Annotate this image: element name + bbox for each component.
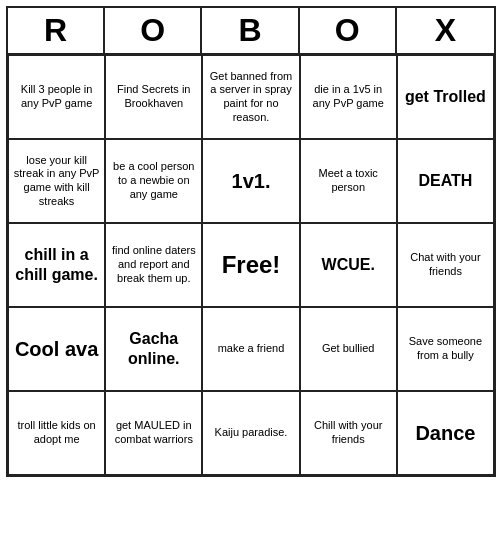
- title-letter: B: [202, 8, 299, 53]
- cell-text: Cool ava: [15, 337, 98, 362]
- bingo-cell[interactable]: Get bullied: [300, 307, 397, 391]
- cell-text: Chill with your friends: [305, 419, 392, 447]
- bingo-cell[interactable]: get Trolled: [397, 55, 494, 139]
- bingo-cell[interactable]: Gacha online.: [105, 307, 202, 391]
- cell-text: get MAULED in combat warriors: [110, 419, 197, 447]
- cell-text: troll little kids on adopt me: [13, 419, 100, 447]
- cell-text: Get bullied: [322, 342, 375, 356]
- cell-text: Find Secrets in Brookhaven: [110, 83, 197, 111]
- bingo-cell[interactable]: find online daters and report and break …: [105, 223, 202, 307]
- cell-text: get Trolled: [405, 87, 486, 107]
- cell-text: die in a 1v5 in any PvP game: [305, 83, 392, 111]
- bingo-cell[interactable]: Kaiju paradise.: [202, 391, 299, 475]
- cell-text: WCUE.: [322, 255, 375, 275]
- bingo-grid: Kill 3 people in any PvP gameFind Secret…: [6, 53, 496, 477]
- cell-text: Kaiju paradise.: [215, 426, 288, 440]
- bingo-cell[interactable]: lose your kill streak in any PvP game wi…: [8, 139, 105, 223]
- title-letter: X: [397, 8, 494, 53]
- cell-text: Kill 3 people in any PvP game: [13, 83, 100, 111]
- bingo-cell[interactable]: Chill with your friends: [300, 391, 397, 475]
- cell-text: make a friend: [218, 342, 285, 356]
- cell-text: Chat with your friends: [402, 251, 489, 279]
- bingo-cell[interactable]: WCUE.: [300, 223, 397, 307]
- cell-text: be a cool person to a newbie on any game: [110, 160, 197, 201]
- title-row: ROBOX: [6, 6, 496, 53]
- bingo-cell[interactable]: chill in a chill game.: [8, 223, 105, 307]
- title-letter: O: [105, 8, 202, 53]
- cell-text: Save someone from a bully: [402, 335, 489, 363]
- bingo-cell[interactable]: get MAULED in combat warriors: [105, 391, 202, 475]
- bingo-cell[interactable]: Chat with your friends: [397, 223, 494, 307]
- bingo-cell[interactable]: troll little kids on adopt me: [8, 391, 105, 475]
- bingo-cell[interactable]: Cool ava: [8, 307, 105, 391]
- cell-text: find online daters and report and break …: [110, 244, 197, 285]
- bingo-cell[interactable]: Get banned from a server in spray paint …: [202, 55, 299, 139]
- bingo-cell[interactable]: make a friend: [202, 307, 299, 391]
- cell-text: Dance: [415, 421, 475, 446]
- bingo-cell[interactable]: Dance: [397, 391, 494, 475]
- bingo-cell[interactable]: be a cool person to a newbie on any game: [105, 139, 202, 223]
- cell-text: 1v1.: [232, 169, 271, 194]
- title-letter: O: [300, 8, 397, 53]
- bingo-cell[interactable]: Meet a toxic person: [300, 139, 397, 223]
- cell-text: Gacha online.: [110, 329, 197, 369]
- bingo-card: ROBOX Kill 3 people in any PvP gameFind …: [6, 6, 496, 477]
- cell-text: chill in a chill game.: [13, 245, 100, 285]
- cell-text: Meet a toxic person: [305, 167, 392, 195]
- bingo-cell[interactable]: DEATH: [397, 139, 494, 223]
- bingo-cell[interactable]: Free!: [202, 223, 299, 307]
- bingo-cell[interactable]: Find Secrets in Brookhaven: [105, 55, 202, 139]
- cell-text: DEATH: [418, 171, 472, 191]
- cell-text: lose your kill streak in any PvP game wi…: [13, 154, 100, 209]
- cell-text: Get banned from a server in spray paint …: [207, 70, 294, 125]
- bingo-cell[interactable]: Kill 3 people in any PvP game: [8, 55, 105, 139]
- title-letter: R: [8, 8, 105, 53]
- bingo-cell[interactable]: 1v1.: [202, 139, 299, 223]
- cell-text: Free!: [222, 250, 281, 280]
- bingo-cell[interactable]: Save someone from a bully: [397, 307, 494, 391]
- bingo-cell[interactable]: die in a 1v5 in any PvP game: [300, 55, 397, 139]
